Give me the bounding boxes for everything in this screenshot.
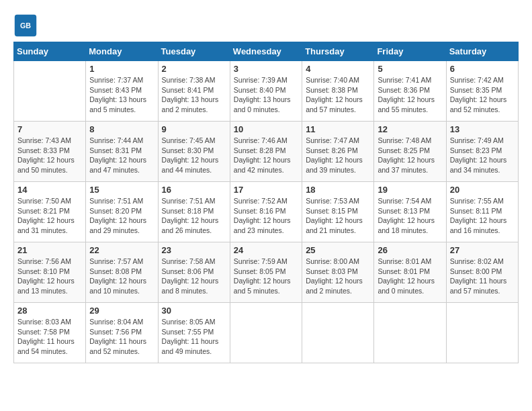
day-number: 21 xyxy=(17,245,82,255)
weekday-header-thursday: Thursday xyxy=(302,42,374,61)
calendar-cell: 3Sunrise: 7:39 AM Sunset: 8:40 PM Daylig… xyxy=(230,61,302,122)
day-info: Sunrise: 7:40 AM Sunset: 8:38 PM Dayligh… xyxy=(306,75,370,115)
calendar-cell xyxy=(446,303,518,363)
calendar-cell: 23Sunrise: 7:58 AM Sunset: 8:06 PM Dayli… xyxy=(158,242,230,303)
day-number: 17 xyxy=(234,185,298,195)
calendar-cell: 30Sunrise: 8:05 AM Sunset: 7:55 PM Dayli… xyxy=(158,303,230,363)
weekday-header-monday: Monday xyxy=(86,42,158,61)
calendar-cell: 28Sunrise: 8:03 AM Sunset: 7:58 PM Dayli… xyxy=(14,303,86,363)
calendar-cell: 12Sunrise: 7:48 AM Sunset: 8:25 PM Dayli… xyxy=(374,122,446,182)
day-number: 11 xyxy=(306,124,370,134)
day-info: Sunrise: 7:58 AM Sunset: 8:06 PM Dayligh… xyxy=(162,257,226,296)
day-info: Sunrise: 8:02 AM Sunset: 8:00 PM Dayligh… xyxy=(450,257,515,296)
calendar-cell: 13Sunrise: 7:49 AM Sunset: 8:23 PM Dayli… xyxy=(446,122,518,182)
calendar-cell xyxy=(230,303,302,363)
day-info: Sunrise: 7:37 AM Sunset: 8:43 PM Dayligh… xyxy=(89,75,154,115)
day-info: Sunrise: 8:01 AM Sunset: 8:01 PM Dayligh… xyxy=(378,257,442,296)
day-info: Sunrise: 7:57 AM Sunset: 8:08 PM Dayligh… xyxy=(89,257,154,296)
day-number: 24 xyxy=(234,245,298,255)
calendar-table: SundayMondayTuesdayWednesdayThursdayFrid… xyxy=(13,42,519,363)
day-number: 19 xyxy=(378,185,442,195)
calendar-cell: 2Sunrise: 7:38 AM Sunset: 8:41 PM Daylig… xyxy=(158,61,230,122)
day-info: Sunrise: 7:54 AM Sunset: 8:13 PM Dayligh… xyxy=(378,196,442,236)
day-number: 23 xyxy=(162,245,226,255)
weekday-header-wednesday: Wednesday xyxy=(230,42,302,61)
calendar-cell: 17Sunrise: 7:52 AM Sunset: 8:16 PM Dayli… xyxy=(230,182,302,242)
day-number: 1 xyxy=(89,64,154,74)
calendar-cell: 22Sunrise: 7:57 AM Sunset: 8:08 PM Dayli… xyxy=(86,242,158,303)
calendar-cell: 11Sunrise: 7:47 AM Sunset: 8:26 PM Dayli… xyxy=(302,122,374,182)
day-number: 22 xyxy=(89,245,154,255)
day-info: Sunrise: 7:53 AM Sunset: 8:15 PM Dayligh… xyxy=(306,196,370,236)
day-number: 26 xyxy=(378,245,442,255)
day-info: Sunrise: 7:45 AM Sunset: 8:30 PM Dayligh… xyxy=(162,136,226,175)
calendar-cell: 20Sunrise: 7:55 AM Sunset: 8:11 PM Dayli… xyxy=(446,182,518,242)
day-number: 5 xyxy=(378,64,442,74)
day-number: 29 xyxy=(89,306,154,316)
day-number: 20 xyxy=(450,185,515,195)
weekday-header-sunday: Sunday xyxy=(14,42,86,61)
day-info: Sunrise: 7:47 AM Sunset: 8:26 PM Dayligh… xyxy=(306,136,370,175)
day-info: Sunrise: 7:51 AM Sunset: 8:18 PM Dayligh… xyxy=(162,196,226,236)
calendar-cell: 10Sunrise: 7:46 AM Sunset: 8:28 PM Dayli… xyxy=(230,122,302,182)
calendar-cell: 5Sunrise: 7:41 AM Sunset: 8:36 PM Daylig… xyxy=(374,61,446,122)
day-info: Sunrise: 7:55 AM Sunset: 8:11 PM Dayligh… xyxy=(450,196,515,236)
day-info: Sunrise: 7:44 AM Sunset: 8:31 PM Dayligh… xyxy=(89,136,154,175)
page-header: GB xyxy=(13,13,519,38)
day-number: 18 xyxy=(306,185,370,195)
day-info: Sunrise: 7:50 AM Sunset: 8:21 PM Dayligh… xyxy=(17,196,82,236)
day-info: Sunrise: 7:39 AM Sunset: 8:40 PM Dayligh… xyxy=(234,75,298,115)
logo: GB xyxy=(13,13,40,38)
calendar-cell: 7Sunrise: 7:43 AM Sunset: 8:33 PM Daylig… xyxy=(14,122,86,182)
day-info: Sunrise: 7:38 AM Sunset: 8:41 PM Dayligh… xyxy=(162,75,226,115)
day-number: 28 xyxy=(17,306,82,316)
calendar-cell: 26Sunrise: 8:01 AM Sunset: 8:01 PM Dayli… xyxy=(374,242,446,303)
day-number: 13 xyxy=(450,124,515,134)
day-number: 30 xyxy=(162,306,226,316)
calendar-cell: 21Sunrise: 7:56 AM Sunset: 8:10 PM Dayli… xyxy=(14,242,86,303)
calendar-cell: 25Sunrise: 8:00 AM Sunset: 8:03 PM Dayli… xyxy=(302,242,374,303)
calendar-cell: 4Sunrise: 7:40 AM Sunset: 8:38 PM Daylig… xyxy=(302,61,374,122)
calendar-cell: 27Sunrise: 8:02 AM Sunset: 8:00 PM Dayli… xyxy=(446,242,518,303)
day-number: 8 xyxy=(89,124,154,134)
calendar-cell xyxy=(302,303,374,363)
svg-text:GB: GB xyxy=(20,21,31,30)
day-info: Sunrise: 7:56 AM Sunset: 8:10 PM Dayligh… xyxy=(17,257,82,296)
day-info: Sunrise: 8:05 AM Sunset: 7:55 PM Dayligh… xyxy=(162,317,226,357)
day-number: 6 xyxy=(450,64,515,74)
calendar-cell: 14Sunrise: 7:50 AM Sunset: 8:21 PM Dayli… xyxy=(14,182,86,242)
weekday-header-tuesday: Tuesday xyxy=(158,42,230,61)
day-info: Sunrise: 7:41 AM Sunset: 8:36 PM Dayligh… xyxy=(378,75,442,115)
day-info: Sunrise: 7:46 AM Sunset: 8:28 PM Dayligh… xyxy=(234,136,298,175)
day-info: Sunrise: 8:00 AM Sunset: 8:03 PM Dayligh… xyxy=(306,257,370,296)
day-number: 9 xyxy=(162,124,226,134)
day-number: 2 xyxy=(162,64,226,74)
calendar-cell: 24Sunrise: 7:59 AM Sunset: 8:05 PM Dayli… xyxy=(230,242,302,303)
day-info: Sunrise: 7:51 AM Sunset: 8:20 PM Dayligh… xyxy=(89,196,154,236)
day-info: Sunrise: 7:48 AM Sunset: 8:25 PM Dayligh… xyxy=(378,136,442,175)
calendar-cell: 29Sunrise: 8:04 AM Sunset: 7:56 PM Dayli… xyxy=(86,303,158,363)
day-number: 4 xyxy=(306,64,370,74)
calendar-cell: 16Sunrise: 7:51 AM Sunset: 8:18 PM Dayli… xyxy=(158,182,230,242)
day-info: Sunrise: 7:43 AM Sunset: 8:33 PM Dayligh… xyxy=(17,136,82,175)
day-info: Sunrise: 7:42 AM Sunset: 8:35 PM Dayligh… xyxy=(450,75,515,115)
calendar-cell: 19Sunrise: 7:54 AM Sunset: 8:13 PM Dayli… xyxy=(374,182,446,242)
day-number: 10 xyxy=(234,124,298,134)
day-number: 27 xyxy=(450,245,515,255)
day-number: 14 xyxy=(17,185,82,195)
day-info: Sunrise: 7:59 AM Sunset: 8:05 PM Dayligh… xyxy=(234,257,298,296)
day-number: 25 xyxy=(306,245,370,255)
calendar-cell: 6Sunrise: 7:42 AM Sunset: 8:35 PM Daylig… xyxy=(446,61,518,122)
day-number: 15 xyxy=(89,185,154,195)
day-number: 12 xyxy=(378,124,442,134)
day-number: 3 xyxy=(234,64,298,74)
calendar-cell: 18Sunrise: 7:53 AM Sunset: 8:15 PM Dayli… xyxy=(302,182,374,242)
calendar-cell xyxy=(374,303,446,363)
weekday-header-saturday: Saturday xyxy=(446,42,518,61)
day-info: Sunrise: 7:49 AM Sunset: 8:23 PM Dayligh… xyxy=(450,136,515,175)
day-info: Sunrise: 8:04 AM Sunset: 7:56 PM Dayligh… xyxy=(89,317,154,357)
logo-icon: GB xyxy=(13,13,38,38)
day-number: 16 xyxy=(162,185,226,195)
calendar-cell: 8Sunrise: 7:44 AM Sunset: 8:31 PM Daylig… xyxy=(86,122,158,182)
calendar-cell: 1Sunrise: 7:37 AM Sunset: 8:43 PM Daylig… xyxy=(86,61,158,122)
